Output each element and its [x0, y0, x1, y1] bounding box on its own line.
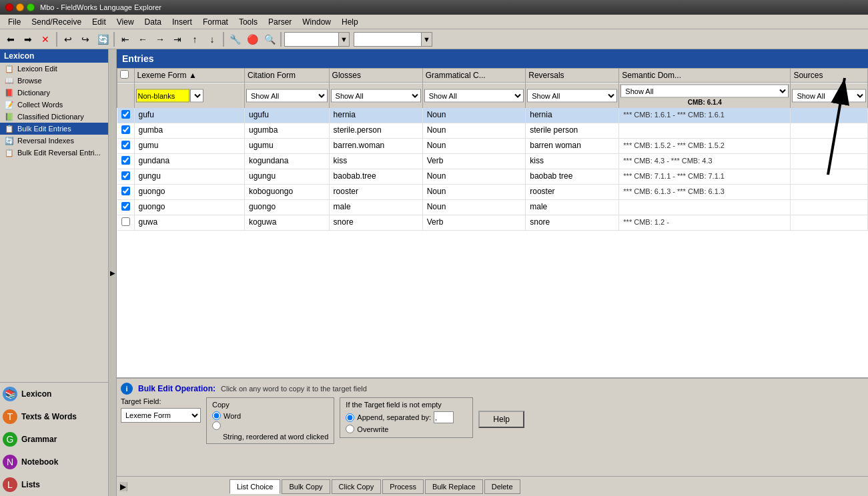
sidebar-item-reversal-indexes[interactable]: 🔄 Reversal Indexes: [0, 135, 108, 147]
overwrite-radio[interactable]: [346, 425, 354, 433]
cell-lexeme[interactable]: guwa: [134, 215, 245, 231]
string-radio-option[interactable]: [212, 421, 328, 430]
toolbar-nav6[interactable]: ↓: [204, 31, 220, 47]
menu-help[interactable]: Help: [336, 16, 364, 28]
cell-reversal[interactable]: hernia: [526, 108, 619, 123]
filter-grammatical-select[interactable]: Show All: [424, 89, 524, 102]
cell-grammatical[interactable]: Noun: [422, 123, 526, 139]
toolbar-refresh[interactable]: 🔄: [95, 31, 111, 47]
filter-sources-select[interactable]: Show All: [792, 89, 866, 102]
tab-delete[interactable]: Delete: [484, 479, 520, 494]
string-radio[interactable]: [212, 421, 221, 430]
cell-sources[interactable]: [791, 215, 868, 231]
tab-list-choice[interactable]: List Choice: [230, 479, 280, 494]
filter-glosses[interactable]: Show All: [329, 83, 422, 108]
cell-gloss[interactable]: hernia: [329, 108, 422, 123]
col-citation-form[interactable]: Citation Form: [245, 69, 330, 83]
row-checkbox[interactable]: [121, 187, 130, 195]
cell-grammatical[interactable]: Noun: [422, 139, 526, 154]
menu-send-receive[interactable]: Send/Receive: [26, 16, 87, 28]
table-row[interactable]: gumba ugumba sterile.person Noun sterile…: [117, 123, 868, 139]
filter-citation-select[interactable]: Show All: [246, 89, 328, 102]
sidebar-bottom-texts-words[interactable]: T Texts & Words: [0, 405, 108, 428]
cell-grammatical[interactable]: Noun: [422, 185, 526, 200]
toolbar-redo[interactable]: ↪: [77, 31, 93, 47]
filter-semantic-dom[interactable]: Show All CMB: 6.1.4: [619, 83, 791, 108]
filter-glosses-select[interactable]: Show All: [331, 89, 421, 102]
cell-reversal[interactable]: sterile person: [526, 123, 619, 139]
sidebar-bottom-lists[interactable]: L Lists: [0, 473, 108, 496]
cell-citation[interactable]: koboguongo: [245, 185, 330, 200]
cell-sources[interactable]: [791, 108, 868, 123]
tab-process[interactable]: Process: [382, 479, 424, 494]
chevron-down-icon-2[interactable]: ▼: [421, 33, 432, 46]
close-button[interactable]: [5, 3, 13, 11]
cell-reversal[interactable]: male: [526, 200, 619, 215]
menu-tools[interactable]: Tools: [234, 16, 263, 28]
word-radio-option[interactable]: Word: [212, 411, 328, 420]
row-checkbox[interactable]: [121, 202, 130, 211]
cell-grammatical[interactable]: Verb: [422, 215, 526, 231]
cell-gloss[interactable]: male: [329, 200, 422, 215]
cell-gloss[interactable]: baobab.tree: [329, 169, 422, 185]
table-row[interactable]: gumu ugumu barren.woman Noun barren woma…: [117, 139, 868, 154]
filter-lexeme-select[interactable]: ▼: [190, 89, 203, 102]
minimize-button[interactable]: [16, 3, 24, 11]
toolbar-project-dropdown[interactable]: Mbo ▼: [284, 32, 350, 47]
sidebar-item-collect-words[interactable]: 📝 Collect Words: [0, 99, 108, 111]
filter-reversals-select[interactable]: Show All: [527, 89, 617, 102]
cell-lexeme[interactable]: guongo: [134, 200, 245, 215]
row-checkbox[interactable]: [121, 141, 130, 149]
toolbar-tool2[interactable]: 🔴: [244, 31, 260, 47]
table-row[interactable]: gufu ugufu hernia Noun hernia *** CMB: 1…: [117, 108, 868, 123]
col-checkbox[interactable]: [117, 69, 135, 83]
append-row[interactable]: Append, separated by:: [346, 411, 467, 423]
sidebar-item-lexicon-edit[interactable]: 📋 Lexicon Edit: [0, 63, 108, 75]
cell-citation[interactable]: kogundana: [245, 154, 330, 169]
row-checkbox[interactable]: [121, 156, 130, 165]
col-grammatical[interactable]: Grammatical C...: [422, 69, 526, 83]
cell-gloss[interactable]: snore: [329, 215, 422, 231]
sidebar-bottom-lexicon[interactable]: 📚 Lexicon: [0, 383, 108, 405]
cell-semantic[interactable]: *** CMB: 1.5.2 - *** CMB: 1.5.2: [619, 139, 791, 154]
cell-lexeme[interactable]: guongo: [134, 185, 245, 200]
maximize-button[interactable]: [27, 3, 35, 11]
col-reversals[interactable]: Reversals: [526, 69, 619, 83]
toolbar-secondary-input[interactable]: [354, 35, 421, 43]
append-radio[interactable]: [346, 413, 354, 422]
cell-semantic[interactable]: *** CMB: 1.2 -: [619, 215, 791, 231]
tab-bulk-replace[interactable]: Bulk Replace: [425, 479, 483, 494]
cell-citation[interactable]: ugungu: [245, 169, 330, 185]
menu-edit[interactable]: Edit: [87, 16, 111, 28]
cell-gloss[interactable]: kiss: [329, 154, 422, 169]
cell-grammatical[interactable]: Noun: [422, 108, 526, 123]
cell-grammatical[interactable]: Noun: [422, 169, 526, 185]
cell-reversal[interactable]: baobab tree: [526, 169, 619, 185]
cell-citation[interactable]: ugumu: [245, 139, 330, 154]
word-radio[interactable]: [212, 411, 221, 420]
sidebar-item-bulk-edit-reversal[interactable]: 📋 Bulk Edit Reversal Entri...: [0, 147, 108, 159]
row-checkbox[interactable]: [121, 217, 130, 226]
cell-reversal[interactable]: barren woman: [526, 139, 619, 154]
toolbar-nav2[interactable]: ←: [135, 31, 151, 47]
cell-lexeme[interactable]: gundana: [134, 154, 245, 169]
sidebar-item-dictionary[interactable]: 📕 Dictionary: [0, 87, 108, 99]
filter-reversals[interactable]: Show All: [526, 83, 619, 108]
toolbar-stop[interactable]: ✕: [37, 31, 53, 47]
menu-format[interactable]: Format: [197, 16, 234, 28]
cell-semantic[interactable]: [619, 123, 791, 139]
cell-semantic[interactable]: *** CMB: 1.6.1 - *** CMB: 1.6.1: [619, 108, 791, 123]
filter-grammatical[interactable]: Show All: [422, 83, 526, 108]
col-sources[interactable]: Sources: [791, 69, 868, 83]
cell-sources[interactable]: [791, 154, 868, 169]
cell-lexeme[interactable]: gufu: [134, 108, 245, 123]
table-row[interactable]: guongo guongo male Noun male: [117, 200, 868, 215]
menu-window[interactable]: Window: [297, 16, 336, 28]
toolbar-secondary-dropdown[interactable]: ▼: [354, 32, 432, 47]
filter-sources[interactable]: Show All: [791, 83, 868, 108]
chevron-down-icon[interactable]: ▼: [338, 33, 349, 46]
sidebar-expand-button[interactable]: ▶: [109, 49, 117, 496]
cell-reversal[interactable]: snore: [526, 215, 619, 231]
toolbar-nav4[interactable]: ⇥: [169, 31, 185, 47]
sidebar-item-bulk-edit-entries[interactable]: 📋 Bulk Edit Entries: [0, 123, 108, 135]
